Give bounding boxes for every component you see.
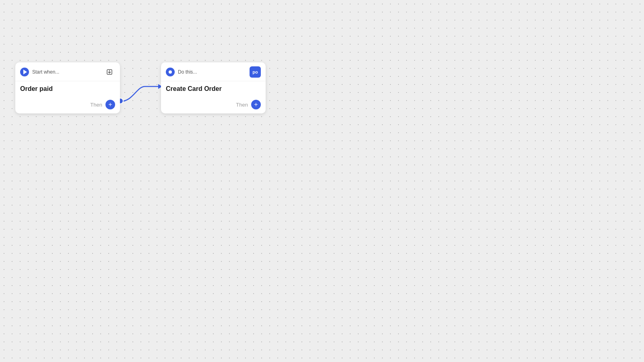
play-shape [23, 70, 27, 74]
trigger-then-label: Then [90, 102, 102, 108]
action-header-label: Do this... [178, 69, 197, 75]
download-icon [106, 69, 113, 75]
action-card: Do this... po Create Card Order Then + [161, 62, 266, 113]
action-add-button[interactable]: + [251, 100, 261, 109]
action-dot-shape [169, 70, 172, 74]
download-icon-btn[interactable] [104, 66, 115, 78]
action-circle-icon [166, 68, 175, 76]
action-then-label: Then [236, 102, 248, 108]
plus-icon-2: + [254, 101, 258, 108]
trigger-card-body: Order paid [15, 81, 120, 97]
plus-icon: + [108, 101, 112, 108]
action-card-header: Do this... po [161, 62, 266, 81]
trigger-header-label: Start when... [32, 69, 59, 75]
trigger-add-button[interactable]: + [105, 100, 115, 109]
action-card-body: Create Card Order [161, 81, 266, 97]
action-card-title: Create Card Order [166, 85, 261, 93]
trigger-card-title: Order paid [20, 85, 115, 93]
trigger-card-header: Start when... [15, 62, 120, 81]
trigger-play-icon [20, 68, 29, 76]
trigger-header-left: Start when... [20, 68, 59, 76]
trigger-card: Start when... Order paid Then + [15, 62, 120, 113]
app-badge[interactable]: po [250, 66, 261, 78]
trigger-card-footer: Then + [15, 97, 120, 113]
app-badge-text: po [252, 70, 258, 74]
action-header-left: Do this... [166, 68, 197, 76]
action-card-footer: Then + [161, 97, 266, 113]
